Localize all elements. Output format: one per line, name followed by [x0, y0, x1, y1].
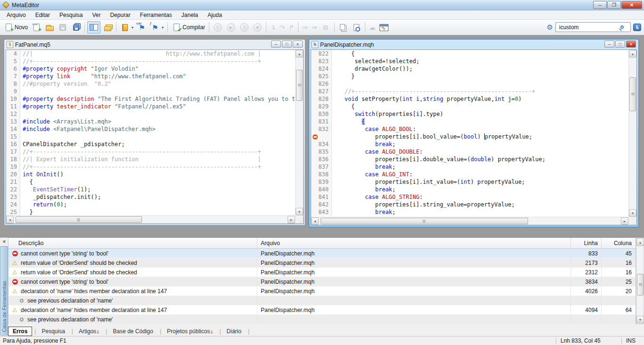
toolbox-close-icon[interactable]: ✕	[1, 239, 7, 245]
scroll-left-icon[interactable]: ◄	[6, 216, 14, 223]
scroll-thumb[interactable]	[16, 216, 142, 223]
new-file-button[interactable]: +Novo	[2, 22, 29, 33]
open-charts-button[interactable]: ∿	[378, 22, 390, 33]
close-button[interactable]: ×	[293, 41, 303, 48]
menu-ferramentas[interactable]: Ferramentas	[135, 11, 177, 19]
scroll-up-icon[interactable]: ▲	[636, 238, 644, 246]
tab-pesquisa[interactable]: Pesquisa	[37, 327, 69, 336]
column-header-descricao[interactable]: Descrição	[8, 238, 257, 248]
tab-diario[interactable]: Diário	[223, 327, 246, 336]
menu-ver[interactable]: Ver	[87, 11, 105, 19]
scroll-down-icon[interactable]: ▼	[629, 209, 636, 217]
error-row[interactable]: see previous declaration of 'name'	[8, 315, 636, 324]
column-header-coluna[interactable]: Coluna	[602, 238, 635, 248]
line-number: 21	[6, 178, 20, 186]
close-button[interactable]: ✕	[621, 1, 642, 9]
toolbar-separator	[84, 22, 85, 33]
func-bookmark-button[interactable]: ⚑ƒ▾	[149, 22, 165, 33]
menu-arquivo[interactable]: Arquivo	[2, 11, 31, 19]
fatpanel-code-area[interactable]: 4//| http://www.thefatpanel.com |5//+---…	[6, 50, 295, 215]
scroll-thumb[interactable]	[296, 70, 303, 101]
scroll-thumb[interactable]	[637, 274, 644, 296]
tab-base-de-codigo[interactable]: Base de Código	[108, 327, 157, 336]
new-project-button[interactable]: proj+	[30, 22, 42, 33]
line-number: 8	[6, 80, 20, 88]
minimize-button[interactable]: –	[271, 41, 281, 48]
restore-button[interactable]: □	[615, 41, 625, 48]
resize-grip[interactable]: ⋰	[295, 215, 303, 223]
errors-table-scrollbar[interactable]: ▲ ▼	[636, 238, 644, 324]
page-icon: +	[4, 23, 13, 32]
scroll-thumb[interactable]	[321, 218, 528, 224]
debug-pause-button: ‖	[238, 22, 250, 33]
fatpanel-titlebar[interactable]: 5 FatPanel.mq5 –□×	[6, 40, 304, 49]
column-header-linha[interactable]: Linha	[571, 238, 602, 248]
pages-icon	[339, 23, 348, 32]
error-row[interactable]: cannot convert type 'string' to 'bool'Pa…	[8, 277, 636, 287]
menu-editar[interactable]: Editar	[31, 11, 55, 19]
restore-button[interactable]: □	[282, 41, 292, 48]
code-text: {	[332, 50, 355, 58]
restore-button[interactable]: ❐	[607, 1, 621, 9]
code-line: 5//+------------------------------------…	[6, 58, 295, 65]
error-row[interactable]: cannot convert type 'string' to 'bool'Pa…	[8, 249, 636, 258]
close-button[interactable]: ×	[626, 41, 636, 48]
profiler-button[interactable]	[337, 22, 349, 33]
layout-button[interactable]	[87, 21, 100, 33]
tab-separator: |	[248, 328, 249, 335]
minimize-button[interactable]: –	[593, 1, 607, 9]
scroll-up-icon[interactable]: ▲	[629, 50, 636, 58]
scroll-right-icon[interactable]: ►	[288, 216, 295, 223]
chevron-down-icon[interactable]: ▾	[132, 25, 133, 30]
scroll-down-icon[interactable]: ▼	[636, 316, 644, 323]
search-in-files-button[interactable]	[350, 22, 363, 33]
mql5-storage-button: ☁	[368, 23, 377, 32]
search-icon[interactable]	[620, 25, 624, 29]
code-line: 834 break;	[311, 140, 628, 148]
var-bookmark-button[interactable]: ⚑var	[136, 22, 148, 33]
menu-pesquisa[interactable]: Pesquisa	[55, 11, 87, 19]
tab-erros[interactable]: Erros	[8, 327, 32, 336]
menu-depurar[interactable]: Depurar	[105, 11, 135, 19]
fatpanel-window-controls: –□×	[270, 41, 303, 48]
fatpanel-horizontal-scrollbar[interactable]: ◄ ►	[6, 215, 295, 223]
error-row[interactable]: ⚠declaration of 'name' hides member decl…	[8, 287, 636, 296]
tab-projetos-publicos[interactable]: Projetos públicos1	[163, 327, 217, 336]
tab-artigos[interactable]: Artigos1	[74, 327, 103, 336]
error-row[interactable]: ⚠return value of 'OrderSend' should be c…	[8, 268, 636, 277]
menu-janela[interactable]: Janela	[177, 11, 203, 19]
scroll-right-icon[interactable]: ►	[621, 217, 628, 225]
paneldispatcher-vertical-scrollbar[interactable]: ▲ ▼	[628, 50, 636, 217]
compile-button[interactable]: ✔Compilar	[170, 22, 206, 33]
scroll-down-icon[interactable]: ▼	[296, 208, 303, 215]
minimize-button[interactable]: –	[604, 41, 614, 48]
error-row[interactable]: ⚠declaration of 'name' hides member decl…	[8, 305, 636, 315]
resize-grip[interactable]: ⋰	[628, 217, 636, 225]
line-number: 839	[311, 178, 332, 186]
chevron-down-icon[interactable]: ▾	[162, 25, 164, 30]
paneldispatcher-horizontal-scrollbar[interactable]: ◄ ►	[311, 217, 628, 225]
fatpanel-vertical-scrollbar[interactable]: ▲ ▼	[295, 50, 303, 215]
column-header-arquivo[interactable]: Arquivo	[257, 238, 571, 248]
save-all-button[interactable]	[70, 22, 82, 33]
navigator-button[interactable]	[101, 22, 114, 33]
toolbar-buttons: +Novoproj+▾⚑var⚑ƒ▾✔Compilar↻▶‖■↴↷↱⇒⇒☁∿	[2, 21, 391, 33]
community-badge[interactable]: 5	[633, 24, 641, 31]
paneldispatcher-titlebar[interactable]: h PanelDispatcher.mqh –□×	[311, 40, 637, 49]
settings-gear-icon[interactable]: ⚙	[547, 23, 553, 32]
toolbox-strip[interactable]: Caixa de Ferramentas	[0, 246, 8, 336]
menu-ajuda[interactable]: Ajuda	[203, 11, 227, 19]
open-button[interactable]	[43, 22, 56, 33]
snippets-book-button[interactable]: ▾	[119, 22, 135, 33]
scroll-left-icon[interactable]: ◄	[311, 217, 319, 225]
errors-table-rows: cannot convert type 'string' to 'bool'Pa…	[8, 249, 636, 324]
line-number: 13	[6, 118, 20, 125]
toolbar-separator	[298, 22, 298, 33]
paneldispatcher-code-area[interactable]: 822 {823 selected=!selected;824 draw(get…	[311, 50, 628, 217]
error-row[interactable]: see previous declaration of 'name'	[8, 296, 636, 305]
code-text: EventSetTimer(1);	[20, 186, 91, 193]
search-input[interactable]	[558, 23, 620, 31]
error-row[interactable]: ⚠return value of 'OrderSend' should be c…	[8, 258, 636, 268]
scroll-up-icon[interactable]: ▲	[296, 50, 303, 58]
scroll-thumb[interactable]	[629, 77, 636, 111]
